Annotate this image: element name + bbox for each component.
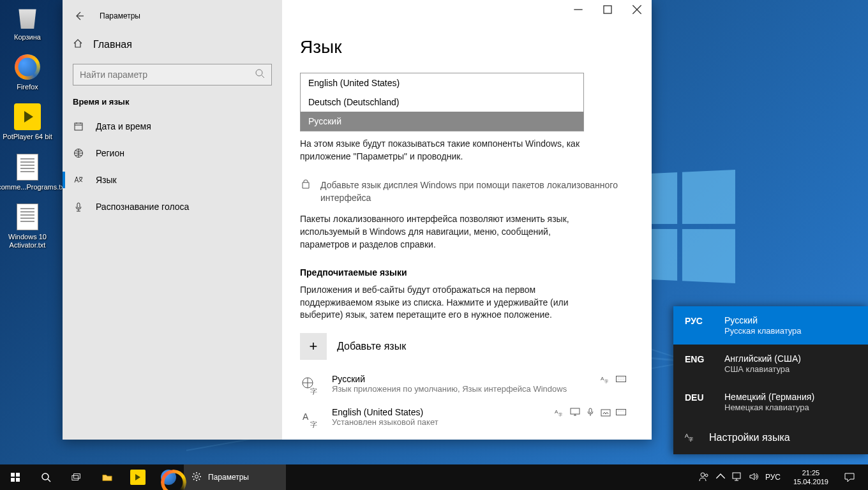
- display-language-dropdown[interactable]: English (United States) Deutsch (Deutsch…: [300, 73, 584, 131]
- desktop-icon-firefox[interactable]: Firefox: [3, 53, 52, 91]
- svg-text:字: 字: [310, 420, 317, 428]
- svg-text:A: A: [685, 433, 689, 439]
- dropdown-option[interactable]: Deutsch (Deutschland): [301, 93, 583, 112]
- language-badges: A字: [601, 374, 626, 387]
- app-title: Параметры: [100, 11, 140, 20]
- settings-window: Параметры Главная Время и язык Дата и вр…: [63, 0, 652, 440]
- svg-rect-20: [11, 473, 15, 477]
- taskbar-app-potplayer[interactable]: [123, 464, 153, 490]
- home-icon: [73, 38, 83, 51]
- svg-rect-25: [72, 475, 79, 480]
- language-item-russian[interactable]: 字 Русский Язык приложения по умолчанию, …: [300, 369, 626, 402]
- sidebar-item-speech[interactable]: Распознавание голоса: [63, 193, 282, 220]
- system-tray[interactable]: РУС: [692, 471, 787, 484]
- display-icon: [570, 407, 580, 420]
- keyboard-icon: [616, 374, 626, 387]
- svg-point-27: [195, 475, 198, 478]
- speech-badge-icon: [585, 407, 595, 420]
- add-language-button[interactable]: + Добавьте язык: [300, 333, 626, 360]
- svg-rect-1: [75, 123, 82, 130]
- icon-label: PotPlayer 64 bit: [3, 133, 52, 141]
- minimize-button[interactable]: [564, 0, 593, 19]
- language-settings-icon: A字: [685, 431, 695, 444]
- svg-rect-30: [733, 473, 740, 479]
- sidebar-item-home[interactable]: Главная: [63, 32, 282, 57]
- ime-code: ENG: [685, 353, 710, 374]
- desktop-icon-potplayer[interactable]: PotPlayer 64 bit: [3, 103, 52, 141]
- search-button[interactable]: [31, 464, 61, 490]
- close-button[interactable]: [622, 0, 652, 19]
- sidebar-label: Дата и время: [96, 121, 151, 131]
- svg-rect-22: [11, 478, 15, 482]
- sidebar-item-datetime[interactable]: Дата и время: [63, 113, 282, 140]
- sidebar-label: Главная: [93, 39, 132, 50]
- language-icon: [73, 174, 84, 186]
- task-view-button[interactable]: [61, 464, 92, 490]
- svg-point-24: [42, 473, 49, 480]
- taskbar-app-firefox[interactable]: [153, 464, 184, 490]
- handwriting-icon: [601, 407, 611, 420]
- network-icon[interactable]: [732, 471, 742, 484]
- icon-label: Windows 10 Activator.txt: [3, 233, 52, 249]
- desktop-icons: Корзина Firefox PotPlayer 64 bit Recomme…: [3, 3, 60, 261]
- ime-option-russian[interactable]: РУС Русский Русская клавиатура: [673, 306, 868, 345]
- gear-icon: [191, 471, 202, 484]
- language-glyph-icon: A字: [300, 408, 322, 430]
- svg-point-0: [256, 70, 262, 76]
- svg-rect-23: [16, 478, 20, 482]
- desktop-icon-recommended-txt[interactable]: Recomme...Programs.txt: [3, 153, 52, 191]
- ime-option-german[interactable]: DEU Немецкий (Германия) Немецкая клавиат…: [673, 383, 868, 421]
- ime-name: Русский: [724, 315, 802, 325]
- microphone-icon: [73, 201, 84, 212]
- ime-name: Немецкий (Германия): [724, 392, 814, 402]
- language-item-english[interactable]: A字 English (United States) Установлен яз…: [300, 402, 626, 435]
- window-controls: [564, 0, 652, 19]
- maximize-button[interactable]: [593, 0, 622, 19]
- back-button[interactable]: [70, 7, 88, 25]
- svg-rect-21: [16, 473, 20, 477]
- ime-name: Английский (США): [724, 353, 801, 364]
- search-field[interactable]: [80, 70, 255, 80]
- add-language-label: Добавьте язык: [337, 341, 406, 352]
- language-badges: A字: [555, 407, 626, 420]
- action-center-button[interactable]: [835, 472, 864, 482]
- svg-rect-26: [74, 474, 80, 479]
- language-name: English (United States): [332, 407, 544, 417]
- desktop-icon-activator-txt[interactable]: Windows 10 Activator.txt: [3, 203, 52, 249]
- language-subtitle: Язык приложения по умолчанию, Язык интер…: [332, 384, 590, 394]
- start-button[interactable]: [0, 464, 31, 490]
- ime-option-english[interactable]: ENG Английский (США) США клавиатура: [673, 345, 868, 383]
- preferred-languages-title: Предпочитаемые языки: [300, 267, 626, 278]
- sidebar-item-region[interactable]: Регион: [63, 140, 282, 167]
- taskbar-app-explorer[interactable]: [92, 464, 123, 490]
- search-input[interactable]: [73, 64, 272, 85]
- taskbar-clock[interactable]: 21:25 15.04.2019: [787, 468, 835, 487]
- store-icon: [300, 179, 311, 189]
- dropdown-option[interactable]: English (United States): [301, 73, 583, 93]
- ime-sub: Немецкая клавиатура: [724, 403, 814, 412]
- dropdown-option-selected[interactable]: Русский: [301, 112, 583, 131]
- ime-sub: США клавиатура: [724, 364, 801, 374]
- volume-icon[interactable]: [749, 471, 759, 484]
- svg-text:字: 字: [604, 379, 608, 383]
- svg-rect-17: [617, 409, 626, 415]
- svg-text:A: A: [303, 412, 309, 422]
- ime-code: DEU: [685, 392, 710, 412]
- plus-icon: +: [300, 333, 327, 360]
- people-icon[interactable]: [699, 471, 709, 484]
- tray-chevron-up-icon[interactable]: [715, 471, 726, 484]
- globe-icon: [73, 147, 84, 159]
- taskbar-app-settings[interactable]: Параметры: [184, 464, 286, 490]
- sidebar-label: Регион: [96, 148, 124, 158]
- store-link-row[interactable]: Добавьте язык дисплея Windows при помощи…: [300, 179, 626, 204]
- ime-indicator[interactable]: РУС: [765, 473, 781, 482]
- svg-text:字: 字: [558, 412, 562, 417]
- ime-settings-link[interactable]: A字 Настройки языка: [673, 421, 868, 454]
- svg-point-28: [701, 473, 705, 477]
- sidebar-item-language[interactable]: Язык: [63, 167, 282, 193]
- desktop-icon-recycle-bin[interactable]: Корзина: [3, 3, 52, 41]
- ime-settings-label: Настройки языка: [709, 432, 790, 443]
- store-link-text: Добавьте язык дисплея Windows при помощи…: [320, 179, 626, 204]
- settings-sidebar: Параметры Главная Время и язык Дата и вр…: [63, 0, 282, 440]
- language-glyph-icon: 字: [300, 375, 322, 397]
